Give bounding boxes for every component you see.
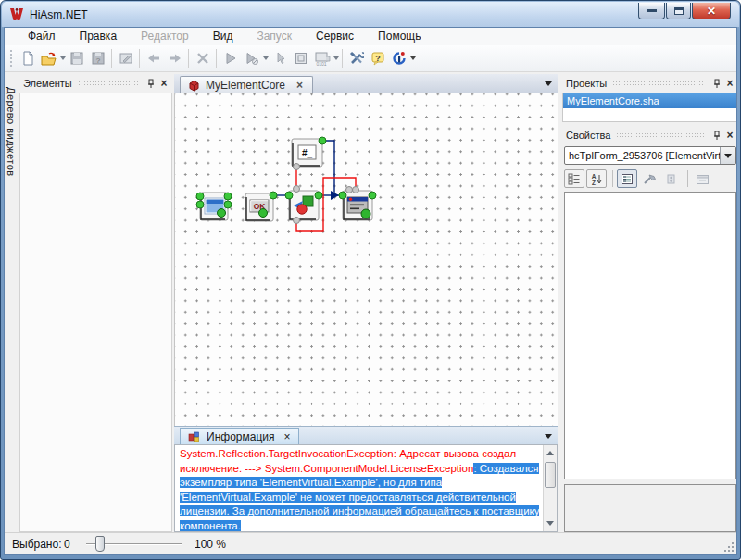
event-port[interactable] xyxy=(339,192,346,199)
menu-edit[interactable]: Правка xyxy=(68,28,130,45)
widget-tree-dock-tab[interactable]: Дерево виджетов xyxy=(5,74,18,532)
event-port[interactable] xyxy=(270,192,277,199)
toolbar-separator xyxy=(188,49,189,68)
menu-view[interactable]: Вид xyxy=(201,28,245,45)
help-button[interactable]: ? xyxy=(367,48,388,68)
exception-text: System.Reflection.TargetInvocationExcept… xyxy=(180,448,516,474)
main-toolbar: ? xyxy=(5,45,736,72)
info-scrollbar[interactable] xyxy=(543,445,557,531)
event-port[interactable] xyxy=(315,192,322,199)
properties-grid[interactable] xyxy=(564,192,736,479)
property-pages-button xyxy=(692,169,712,188)
open-file-button[interactable] xyxy=(38,48,59,68)
new-file-icon xyxy=(20,51,35,66)
menu-help[interactable]: Помощь xyxy=(366,28,433,45)
scroll-down-icon[interactable] xyxy=(546,521,554,526)
combobox-dropdown-button[interactable] xyxy=(720,147,735,164)
event-port[interactable] xyxy=(224,201,232,208)
window-frame: HiAsm.NET ✕ Файл Правка Редактор Вид Зап… xyxy=(0,0,741,560)
new-file-button[interactable] xyxy=(17,48,38,68)
scroll-up-icon[interactable] xyxy=(546,451,554,455)
canvas-element-ok-button[interactable]: OK xyxy=(245,192,277,221)
data-port[interactable] xyxy=(353,187,359,193)
pin-icon[interactable] xyxy=(710,129,723,142)
data-port[interactable] xyxy=(294,218,300,224)
save-as-button: ? xyxy=(87,48,108,68)
project-item-selected[interactable]: MyElementCore.sha xyxy=(563,93,737,108)
pin-icon[interactable] xyxy=(710,77,723,90)
data-port[interactable] xyxy=(346,187,353,193)
event-port[interactable] xyxy=(319,137,326,144)
right-dock-column: Проекты × MyElementCore.sha Свойства × h xyxy=(560,74,737,532)
events-button[interactable] xyxy=(639,169,659,188)
save-icon xyxy=(69,51,84,66)
projects-list: MyElementCore.sha xyxy=(562,93,737,122)
run-button xyxy=(220,48,241,68)
resize-grip[interactable] xyxy=(724,542,735,553)
info-tab-close-icon[interactable]: × xyxy=(283,430,290,443)
menu-bar: Файл Правка Редактор Вид Запуск Сервис П… xyxy=(5,28,736,45)
maximize-icon xyxy=(674,7,684,15)
close-panel-icon[interactable]: × xyxy=(723,77,736,90)
data-port[interactable] xyxy=(294,186,300,193)
event-port[interactable] xyxy=(285,192,293,199)
default-port-gem[interactable] xyxy=(218,209,226,218)
menu-run: Запуск xyxy=(245,28,304,45)
menu-file[interactable]: Файл xyxy=(16,28,68,45)
canvas-element-form[interactable] xyxy=(339,187,376,221)
forward-arrow-icon xyxy=(168,51,182,66)
tab-myelementcore[interactable]: MyElementCore × xyxy=(180,76,313,93)
event-port[interactable] xyxy=(196,201,204,208)
svg-text:?: ? xyxy=(375,54,381,63)
tab-close-icon[interactable]: × xyxy=(295,79,305,92)
exception-message[interactable]: System.Reflection.TargetInvocationExcept… xyxy=(175,445,543,531)
toolbar-separator xyxy=(111,49,112,68)
alphabetical-sort-button[interactable]: AZ xyxy=(586,169,607,188)
tab-list-dropdown-icon[interactable] xyxy=(545,81,552,86)
schema-canvas[interactable]: #_ xyxy=(174,93,558,426)
pin-icon[interactable] xyxy=(144,77,157,90)
client-area: Файл Правка Редактор Вид Запуск Сервис П… xyxy=(4,27,737,555)
info-tab-dropdown-icon[interactable] xyxy=(545,434,552,439)
close-panel-icon[interactable]: × xyxy=(723,129,736,142)
properties-panel-header[interactable]: Свойства × xyxy=(560,126,737,144)
info-tab-strip: Информация × xyxy=(174,426,558,444)
tools-button[interactable] xyxy=(345,48,367,68)
event-port[interactable] xyxy=(196,193,204,200)
canvas-element-window[interactable] xyxy=(196,193,232,220)
selected-count-label: Выбрано: xyxy=(12,538,61,551)
canvas-element-format-string[interactable]: #_ xyxy=(292,137,326,170)
data-port[interactable] xyxy=(294,164,300,170)
event-port[interactable] xyxy=(369,192,376,199)
maximize-button[interactable] xyxy=(666,3,691,19)
toolbar-grip[interactable] xyxy=(9,49,14,68)
run-options-icon xyxy=(245,51,259,66)
object-selector-combobox[interactable]: hcTplForm_2953706 [ElementVirtu xyxy=(564,146,736,165)
zoom-slider[interactable] xyxy=(86,533,182,555)
menu-service[interactable]: Сервис xyxy=(304,28,366,45)
canvas-element-graphics[interactable] xyxy=(285,186,322,224)
projects-panel-header[interactable]: Проекты × xyxy=(560,74,737,93)
minimize-button[interactable] xyxy=(638,3,665,19)
default-port-gem[interactable] xyxy=(361,209,370,218)
title-bar[interactable]: HiAsm.NET ✕ xyxy=(2,2,739,27)
status-bar: Выбрано: 0 100 % xyxy=(5,532,736,554)
close-button[interactable]: ✕ xyxy=(692,3,731,19)
about-button[interactable] xyxy=(388,48,409,68)
properties-view-button[interactable] xyxy=(617,169,637,188)
about-dropdown-caret[interactable] xyxy=(410,56,416,60)
default-port-gem[interactable] xyxy=(259,209,268,218)
zoom-slider-thumb[interactable] xyxy=(95,536,105,552)
close-panel-icon[interactable]: × xyxy=(157,77,170,90)
elements-panel: Элементы × xyxy=(18,74,174,532)
forward-button xyxy=(164,48,185,68)
event-port[interactable] xyxy=(224,193,232,200)
scroll-thumb[interactable] xyxy=(545,462,556,488)
delete-x-icon xyxy=(195,51,210,66)
categorized-view-button[interactable] xyxy=(564,169,584,188)
tab-information[interactable]: Информация × xyxy=(180,428,299,445)
info-tab-label: Информация xyxy=(207,430,274,443)
elements-panel-body[interactable] xyxy=(19,93,172,532)
pointer-icon xyxy=(272,51,287,66)
elements-panel-header[interactable]: Элементы × xyxy=(18,74,174,93)
